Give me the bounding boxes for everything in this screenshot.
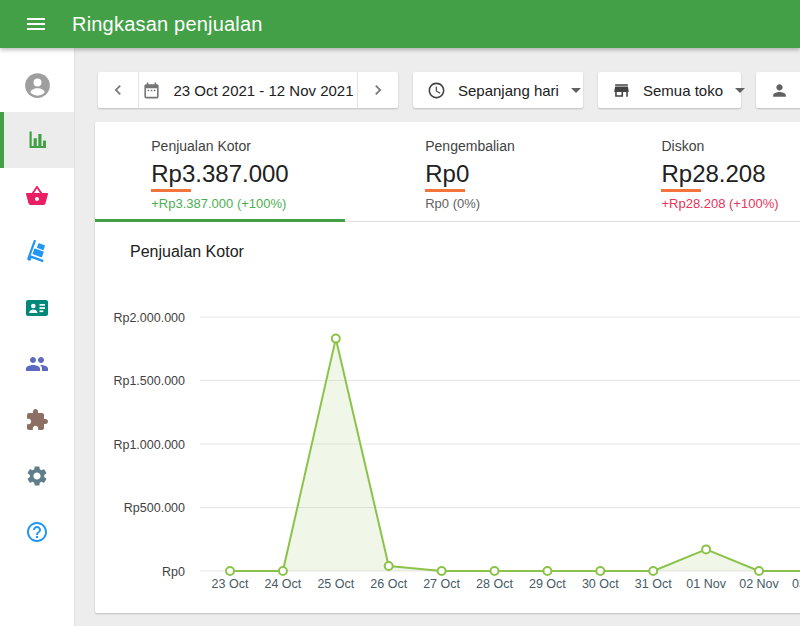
sidebar-item-puzzle[interactable] [0,392,74,448]
tab-delta: +Rp3.387.000 (+100%) [151,196,288,211]
tab-diskon[interactable]: DiskonRp28.208+Rp28.208 (+100%) [595,122,800,221]
bar-chart-icon [25,128,49,152]
x-tick-label: 01 Nov [686,577,726,591]
sidebar-item-basket[interactable] [0,168,74,224]
people-icon [25,352,49,376]
basket-icon [25,184,49,208]
chevron-left-icon [108,80,128,100]
chart-point [226,567,234,575]
chart-point [385,562,393,570]
store-filter-button[interactable]: Semua toko [598,72,741,108]
x-tick-label: 03 Nov [792,577,800,591]
chart-point [649,567,657,575]
next-date-button[interactable] [358,72,398,108]
calendar-icon [142,81,161,100]
cashier-filter-button[interactable]: S [756,72,800,108]
chart-point [755,567,763,575]
tab-pengembalian[interactable]: PengembalianRp0Rp0 (0%) [345,122,595,221]
value-underline [425,189,465,192]
contact-card-icon [25,296,49,320]
tab-label: Pengembalian [425,138,515,154]
x-tick-label: 28 Oct [476,577,513,591]
user-avatar[interactable] [0,58,74,112]
toolbar: 23 Oct 2021 - 12 Nov 2021 Sepanjang hari… [98,72,800,108]
y-tick-label: Rp500.000 [124,501,185,515]
value-underline [151,189,191,192]
time-filter-button[interactable]: Sepanjang hari [413,72,583,108]
x-tick-label: 23 Oct [212,577,249,591]
sales-summary-card: Penjualan KotorRp3.387.000+Rp3.387.000 (… [95,122,800,613]
date-range-button[interactable]: 23 Oct 2021 - 12 Nov 2021 [138,72,358,108]
clock-icon [427,81,446,100]
y-tick-label: Rp1.500.000 [113,374,185,388]
chart-point [491,567,499,575]
time-filter-label: Sepanjang hari [458,82,559,99]
summary-tabs: Penjualan KotorRp3.387.000+Rp3.387.000 (… [95,122,800,222]
chart-area: Penjualan Kotor Rp2.000.000Rp1.500.000Rp… [95,222,800,612]
hand-truck-icon [25,240,49,264]
y-tick-label: Rp1.000.000 [113,438,185,452]
person-circle-icon [24,72,51,99]
page-title: Ringkasan penjualan [72,13,263,36]
sidebar [0,48,75,626]
prev-date-button[interactable] [98,72,138,108]
x-tick-label: 25 Oct [317,577,354,591]
x-tick-label: 24 Oct [264,577,301,591]
sidebar-item-contact-card[interactable] [0,280,74,336]
chart-point [596,567,604,575]
gear-icon [25,464,49,488]
chart-point [702,545,710,553]
main-content: 23 Oct 2021 - 12 Nov 2021 Sepanjang hari… [75,48,800,626]
tab-delta: +Rp28.208 (+100%) [661,196,778,211]
tab-value: Rp0 [425,161,515,187]
sidebar-item-bar-chart[interactable] [0,112,74,168]
x-tick-label: 29 Oct [529,577,566,591]
caret-down-icon [735,88,745,93]
sidebar-item-people[interactable] [0,336,74,392]
puzzle-icon [25,408,49,432]
tab-value: Rp3.387.000 [151,161,288,187]
value-underline [661,189,701,192]
x-tick-label: 30 Oct [582,577,619,591]
app-header: Ringkasan penjualan [0,0,800,48]
date-range-label: 23 Oct 2021 - 12 Nov 2021 [173,82,353,99]
tab-label: Diskon [661,138,778,154]
tab-value: Rp28.208 [661,161,778,187]
date-range-control: 23 Oct 2021 - 12 Nov 2021 [98,72,398,108]
sales-line-chart: Rp2.000.000Rp1.500.000Rp1.000.000Rp500.0… [95,222,800,612]
x-tick-label: 02 Nov [739,577,779,591]
x-tick-label: 26 Oct [370,577,407,591]
chart-point [543,567,551,575]
chart-point [332,335,340,343]
y-tick-label: Rp2.000.000 [113,311,185,325]
tab-penjualan-kotor[interactable]: Penjualan KotorRp3.387.000+Rp3.387.000 (… [95,122,345,221]
x-tick-label: 27 Oct [423,577,460,591]
store-filter-label: Semua toko [643,82,723,99]
sidebar-item-hand-truck[interactable] [0,224,74,280]
chart-point [438,567,446,575]
tab-delta: Rp0 (0%) [425,196,515,211]
chevron-right-icon [368,80,388,100]
sidebar-item-gear[interactable] [0,448,74,504]
person-icon [770,81,789,100]
tab-label: Penjualan Kotor [151,138,288,154]
chart-point [279,567,287,575]
y-tick-label: Rp0 [162,565,185,579]
caret-down-icon [571,88,581,93]
help-icon [25,520,49,544]
store-icon [612,81,631,100]
sidebar-item-help[interactable] [0,504,74,560]
sidebar-nav [0,112,74,560]
menu-icon[interactable] [24,12,48,36]
x-tick-label: 31 Oct [635,577,672,591]
